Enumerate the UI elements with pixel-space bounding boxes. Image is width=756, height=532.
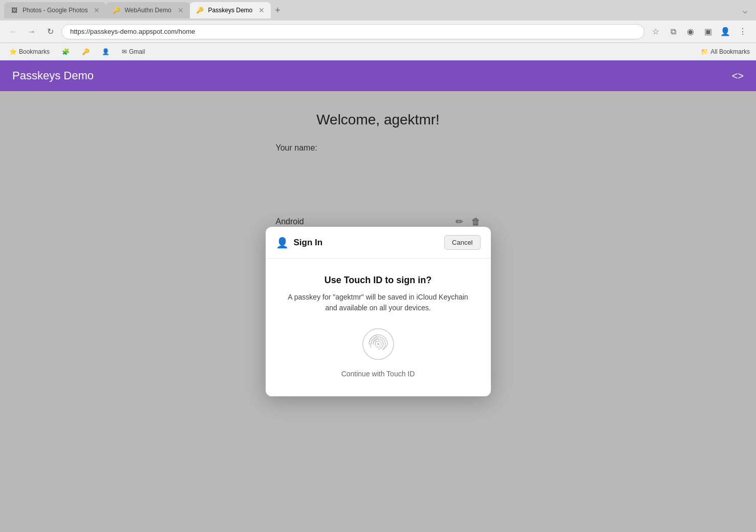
bookmarks-bar: ⭐ Bookmarks 🧩 🔑 👤 ✉ Gmail 📁 All Bookmark… <box>0 43 756 60</box>
bookmark-extension-icon: 🧩 <box>62 48 70 55</box>
tab-photos[interactable]: 🖼 Photos - Google Photos ✕ <box>4 2 106 18</box>
bookmark-person[interactable]: 👤 <box>99 47 113 56</box>
modal-cancel-button[interactable]: Cancel <box>444 235 480 250</box>
passkeys-tab-title: Passkeys Demo <box>208 7 253 14</box>
app-title: Passkeys Demo <box>12 69 94 82</box>
new-tab-button[interactable]: + <box>271 5 285 16</box>
passkeys-tab-close[interactable]: ✕ <box>258 6 265 14</box>
url-bar[interactable]: https://passkeys-demo.appspot.com/home <box>61 24 644 39</box>
split-view-icon[interactable]: ▣ <box>701 25 715 39</box>
tab-passkeys[interactable]: 🔑 Passkeys Demo ✕ <box>190 2 271 18</box>
modal-sign-in-title: Sign In <box>294 238 440 248</box>
bookmark-gmail[interactable]: ✉ Gmail <box>119 47 148 56</box>
modal-continue-label: Continue with Touch ID <box>341 370 415 378</box>
bookmark-key-icon: 🔑 <box>82 48 90 55</box>
bookmark-gmail-label: Gmail <box>129 48 145 55</box>
modal-header: 👤 Sign In Cancel <box>266 227 491 259</box>
photos-tab-title: Photos - Google Photos <box>23 7 88 14</box>
app-header: Passkeys Demo <> <box>0 60 756 91</box>
address-bar: ← → ↻ https://passkeys-demo.appspot.com/… <box>0 20 756 43</box>
svg-point-1 <box>377 343 379 345</box>
profile-avatar-icon[interactable]: 👤 <box>718 25 732 39</box>
folder-icon: 📁 <box>701 48 708 55</box>
bookmark-star-icon[interactable]: ☆ <box>649 25 663 39</box>
bookmark-gmail-icon: ✉ <box>122 48 127 55</box>
code-toggle-button[interactable]: <> <box>732 70 744 82</box>
back-button[interactable]: ← <box>6 25 20 39</box>
person-icon: 👤 <box>276 237 289 249</box>
bookmark-person-icon: 👤 <box>102 48 110 55</box>
sign-in-modal: 👤 Sign In Cancel Use Touch ID to sign in… <box>266 227 491 396</box>
touch-id-fingerprint-icon <box>362 328 395 363</box>
profile-icon[interactable]: ◉ <box>683 25 698 39</box>
all-bookmarks-link[interactable]: 📁 All Bookmarks <box>701 48 750 55</box>
app-body: Welcome, agektmr! Your name: Android ✏ 🗑… <box>0 91 756 532</box>
browser-menu-icon[interactable]: ⋮ <box>736 25 750 39</box>
passkeys-favicon: 🔑 <box>196 6 204 14</box>
webauthn-tab-title: WebAuthn Demo <box>124 7 171 14</box>
page-content: Passkeys Demo <> Welcome, agektmr! Your … <box>0 60 756 532</box>
bookmark-key[interactable]: 🔑 <box>79 47 93 56</box>
modal-body: Use Touch ID to sign in? A passkey for "… <box>266 259 491 396</box>
forward-button[interactable]: → <box>25 25 39 39</box>
extension-icon[interactable]: ⧉ <box>666 25 680 39</box>
modal-question: Use Touch ID to sign in? <box>325 275 432 286</box>
address-bar-actions: ☆ ⧉ ◉ ▣ 👤 ⋮ <box>649 25 750 39</box>
tab-bar-menu-icon[interactable]: ⌵ <box>739 6 752 15</box>
webauthn-favicon: 🔑 <box>112 6 120 14</box>
tab-bar: 🖼 Photos - Google Photos ✕ 🔑 WebAuthn De… <box>0 0 756 20</box>
bookmarks-folder[interactable]: ⭐ Bookmarks <box>6 47 53 56</box>
bookmarks-folder-icon: ⭐ <box>9 48 17 55</box>
refresh-button[interactable]: ↻ <box>43 25 57 39</box>
url-text: https://passkeys-demo.appspot.com/home <box>70 28 195 35</box>
tab-webauthn[interactable]: 🔑 WebAuthn Demo ✕ <box>106 2 189 18</box>
webauthn-tab-close[interactable]: ✕ <box>178 6 184 14</box>
all-bookmarks-label: All Bookmarks <box>710 48 750 55</box>
browser-chrome: 🖼 Photos - Google Photos ✕ 🔑 WebAuthn De… <box>0 0 756 60</box>
modal-description: A passkey for "agektmr" will be saved in… <box>286 292 470 313</box>
bookmark-extension[interactable]: 🧩 <box>59 47 73 56</box>
photos-tab-close[interactable]: ✕ <box>94 6 100 14</box>
bookmarks-folder-label: Bookmarks <box>19 48 50 55</box>
modal-overlay: 👤 Sign In Cancel Use Touch ID to sign in… <box>0 91 756 532</box>
photos-favicon: 🖼 <box>10 6 18 14</box>
